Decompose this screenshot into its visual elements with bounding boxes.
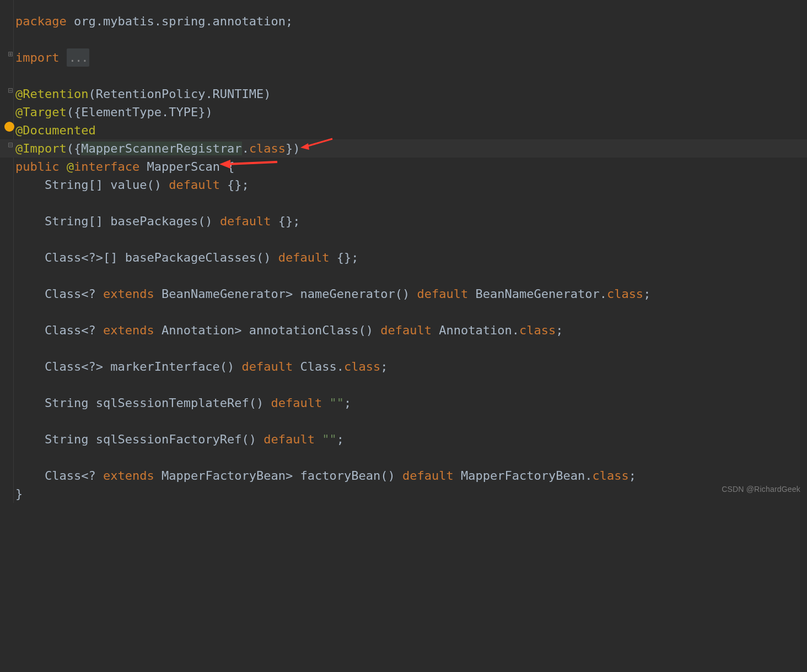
keyword-extends: extends	[103, 469, 154, 483]
line-ac-a: Class<?	[15, 323, 103, 337]
line-fb-a: Class<?	[15, 469, 103, 483]
line-basepackages: String[] basePackages()	[15, 214, 220, 228]
line-base-end: {};	[271, 214, 300, 228]
code-content[interactable]: package org.mybatis.spring.annotation; i…	[0, 12, 807, 503]
svg-marker-1	[300, 143, 309, 150]
folded-imports[interactable]: ...	[67, 48, 90, 67]
semi: ;	[380, 360, 388, 373]
annotation-target: @Target	[15, 105, 67, 119]
keyword-interface: interface	[74, 160, 139, 174]
arrow-annotation-icon	[300, 137, 333, 150]
svg-line-0	[306, 139, 332, 147]
target-args: ({ElementType.TYPE})	[67, 105, 213, 119]
line-mi-a: Class<?> markerInterface()	[15, 360, 242, 373]
keyword-default: default	[271, 396, 322, 410]
line-fb-c: MapperFactoryBean.	[454, 469, 593, 483]
line-bpc: Class<?>[] basePackageClasses()	[15, 251, 278, 264]
mapper-registrar: MapperScannerRegistrar	[81, 142, 241, 155]
keyword-default: default	[169, 178, 220, 192]
semi: ;	[337, 432, 344, 446]
semi: ;	[643, 287, 650, 301]
keyword-class: class	[519, 323, 556, 337]
close-brace: }	[15, 487, 23, 501]
line-fb-b: MapperFactoryBean> factoryBean()	[154, 469, 402, 483]
import-open: ({	[67, 142, 82, 155]
keyword-default: default	[278, 251, 330, 264]
fold-collapse-icon[interactable]: ⊟	[8, 142, 13, 148]
keyword-public: public	[15, 160, 59, 174]
keyword-default: default	[417, 287, 469, 301]
annotation-documented: @Documented	[15, 123, 96, 137]
package-path: org.mybatis.spring.annotation;	[67, 14, 293, 28]
semi: ;	[556, 323, 563, 337]
fold-expand-icon[interactable]: ⊞	[8, 51, 13, 57]
keyword-default: default	[380, 323, 432, 337]
empty-string: ""	[315, 432, 337, 446]
keyword-class: class	[592, 469, 628, 483]
svg-marker-3	[219, 160, 230, 169]
keyword-extends: extends	[103, 287, 154, 301]
line-ssfr: String sqlSessionFactoryRef()	[15, 432, 263, 446]
line-bpc-end: {};	[330, 251, 359, 264]
line-ac-b: Annotation> annotationClass()	[154, 323, 381, 337]
keyword-class: class	[344, 360, 380, 373]
keyword-default: default	[242, 360, 293, 373]
watermark: CSDN @RichardGeek	[722, 480, 800, 498]
keyword-class: class	[249, 142, 286, 155]
semi: ;	[629, 469, 636, 483]
fold-collapse-icon[interactable]: ⊟	[8, 88, 13, 93]
import-close: })	[286, 142, 300, 155]
arrow-annotation-icon	[219, 158, 280, 171]
keyword-default: default	[220, 214, 271, 228]
keyword-package: package	[15, 14, 67, 28]
annotation-at: @	[59, 160, 74, 174]
line-value-end: {};	[220, 178, 249, 192]
keyword-default: default	[402, 469, 454, 483]
line-sstr: String sqlSessionTemplateRef()	[15, 396, 271, 410]
svg-line-2	[227, 162, 277, 164]
annotation-retention: @Retention	[15, 87, 88, 101]
keyword-default: default	[263, 432, 315, 446]
line-ng-a: Class<?	[15, 287, 103, 301]
line-mi-c: Class.	[293, 360, 344, 373]
breakpoint-icon[interactable]	[4, 122, 14, 132]
empty-string: ""	[322, 396, 344, 410]
code-editor[interactable]: ⊞ ⊟ ⊟ package org.mybatis.spring.annotat…	[0, 0, 807, 503]
keyword-extends: extends	[103, 323, 154, 337]
retention-args: (RetentionPolicy.RUNTIME)	[88, 87, 271, 101]
semi: ;	[344, 396, 351, 410]
line-ng-b: BeanNameGenerator> nameGenerator()	[154, 287, 417, 301]
line-value: String[] value()	[15, 178, 169, 192]
line-ac-c: Annotation.	[432, 323, 519, 337]
line-ng-c: BeanNameGenerator.	[468, 287, 607, 301]
annotation-import: @Import	[15, 142, 67, 155]
keyword-import: import	[15, 51, 59, 64]
dot: .	[242, 142, 249, 155]
keyword-class: class	[607, 287, 643, 301]
